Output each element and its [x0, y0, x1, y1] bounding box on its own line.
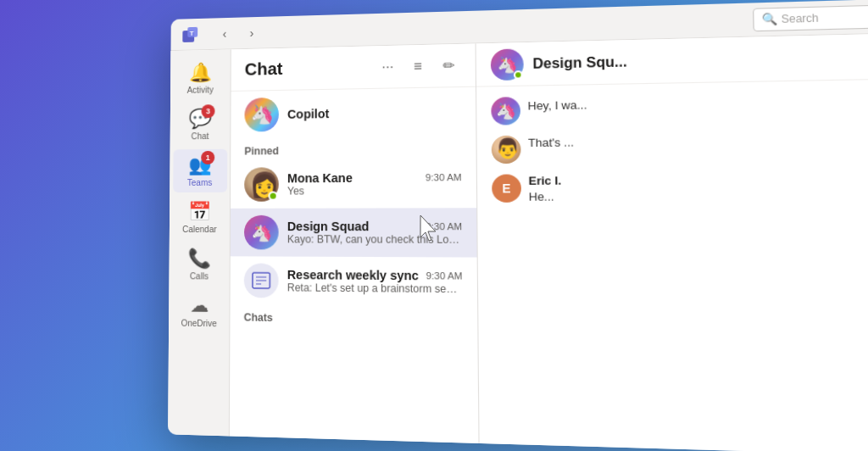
conv-status-dot	[514, 70, 523, 80]
filter-button[interactable]: ≡	[405, 53, 431, 78]
research-sync-chat-info: Research weekly sync 9:30 AM Reta: Let's…	[287, 268, 463, 296]
msg-text-2: That's ...	[528, 131, 868, 151]
sidebar-item-calendar-label: Calendar	[182, 225, 217, 234]
chat-badge: 3	[202, 104, 215, 118]
mona-kane-chat-item[interactable]: Mona Kane 9:30 AM Yes	[231, 159, 476, 209]
sidebar-item-activity[interactable]: 🔔 Activity	[174, 56, 228, 100]
sidebar-item-calendar[interactable]: 📅 Calendar	[172, 196, 226, 239]
sidebar-item-chat-label: Chat	[191, 131, 209, 141]
teams-logo: T	[181, 25, 199, 43]
sidebar-item-onedrive[interactable]: ☁ OneDrive	[172, 289, 226, 333]
mona-name: Mona Kane	[287, 171, 353, 186]
pinned-label: Pinned	[231, 136, 476, 160]
msg-avatar-eric: E	[492, 174, 521, 202]
research-sync-name: Research weekly sync	[287, 268, 419, 283]
sidebar-item-calls-label: Calls	[190, 271, 209, 281]
sidebar-item-teams[interactable]: 👥 1 Teams	[173, 149, 227, 192]
design-squad-name: Design Squad	[287, 220, 370, 233]
copilot-avatar-container: 🦄	[244, 97, 279, 132]
main-layout: 🔔 Activity 💬 3 Chat 👥 1 Teams	[168, 33, 868, 451]
mona-avatar-container	[244, 167, 279, 202]
mona-status-dot	[269, 192, 278, 201]
copilot-chat-info: Copilot	[287, 105, 461, 121]
msg-meta-eric: Eric I.	[528, 171, 868, 187]
search-bar[interactable]: 🔍 Search	[753, 3, 868, 31]
msg-avatar-2	[492, 136, 521, 164]
back-button[interactable]: ‹	[213, 23, 236, 43]
chat-icon: 💬 3	[189, 108, 212, 130]
design-squad-time: 9:30 AM	[426, 221, 462, 231]
mona-chat-info: Mona Kane 9:30 AM Yes	[287, 170, 462, 198]
message-group-2: That's ...	[492, 131, 868, 164]
copilot-chat-item[interactable]: 🦄 Copilot	[231, 87, 476, 139]
msg-content-eric: Eric I. He...	[528, 171, 868, 205]
sidebar-item-onedrive-label: OneDrive	[181, 319, 216, 329]
copilot-avatar: 🦄	[244, 97, 279, 132]
svg-text:T: T	[190, 29, 194, 36]
onedrive-icon: ☁	[190, 294, 209, 317]
chat-header: Chat ··· ≡ ✏	[231, 44, 476, 92]
search-icon: 🔍	[761, 12, 777, 25]
research-sync-preview: Reta: Let's set up a brainstorm session …	[287, 281, 463, 295]
nav-buttons: ‹ ›	[213, 22, 264, 43]
teams-icon: 👥 1	[188, 154, 211, 176]
search-placeholder: Search	[781, 11, 818, 25]
compose-button[interactable]: ✏	[436, 53, 461, 78]
msg-content-1: Hey, I wa...	[527, 90, 868, 125]
design-squad-chat-info: Design Squad 9:30 AM Kayo: BTW, can you …	[287, 220, 462, 246]
chat-list: 🦄 Copilot Pinned	[230, 87, 479, 443]
design-squad-preview: Kayo: BTW, can you check this Loop comp.…	[287, 233, 462, 246]
sidebar-item-chat[interactable]: 💬 3 Chat	[173, 103, 227, 146]
sidebar-item-activity-label: Activity	[186, 85, 213, 94]
sidebar-item-teams-label: Teams	[187, 178, 212, 187]
sidebar-item-calls[interactable]: 📞 Calls	[172, 242, 226, 287]
chats-label: Chats	[230, 304, 477, 331]
msg-avatar-1: 🦄	[491, 97, 520, 125]
copilot-name: Copilot	[287, 107, 329, 121]
mona-preview: Yes	[287, 184, 462, 197]
conversation-title: Design Squ...	[532, 47, 868, 71]
research-avatar-container	[244, 263, 279, 298]
activity-icon: 🔔	[189, 62, 212, 84]
msg-text-1: Hey, I wa...	[527, 92, 868, 114]
teams-window: T ‹ › 🔍 Search 🔔 Activity 💬 3	[168, 0, 868, 451]
more-options-button[interactable]: ···	[376, 54, 400, 79]
design-squad-chat-item[interactable]: 🦄 Design Squad 9:30 AM Kayo: BTW, can yo…	[231, 208, 477, 257]
research-avatar	[244, 263, 279, 298]
sidebar: 🔔 Activity 💬 3 Chat 👥 1 Teams	[168, 49, 231, 436]
research-sync-time: 9:30 AM	[426, 270, 462, 281]
teams-badge: 1	[201, 151, 214, 164]
conversation-panel: 🦄 Design Squ... 🦄 Hey, I wa...	[476, 33, 868, 451]
mona-time: 9:30 AM	[426, 172, 462, 183]
chat-panel: Chat ··· ≡ ✏ 🦄 Copilot	[230, 43, 480, 443]
calendar-icon: 📅	[188, 201, 211, 223]
msg-content-2: That's ...	[528, 131, 868, 164]
msg-sender-eric: Eric I.	[528, 174, 561, 187]
chat-panel-title: Chat	[245, 58, 369, 80]
conversation-avatar: 🦄	[491, 48, 524, 81]
forward-button[interactable]: ›	[240, 22, 264, 43]
conversation-body: 🦄 Hey, I wa... That's ...	[476, 79, 868, 451]
research-sync-chat-item[interactable]: Research weekly sync 9:30 AM Reta: Let's…	[231, 256, 478, 307]
msg-text-eric: He...	[529, 187, 868, 205]
chat-header-icons: ··· ≡ ✏	[376, 53, 461, 80]
design-squad-avatar-container: 🦄	[244, 215, 279, 250]
message-group-3: E Eric I. He...	[492, 171, 868, 205]
design-squad-avatar: 🦄	[244, 215, 279, 250]
calls-icon: 📞	[188, 248, 211, 270]
message-group-1: 🦄 Hey, I wa...	[491, 90, 868, 125]
